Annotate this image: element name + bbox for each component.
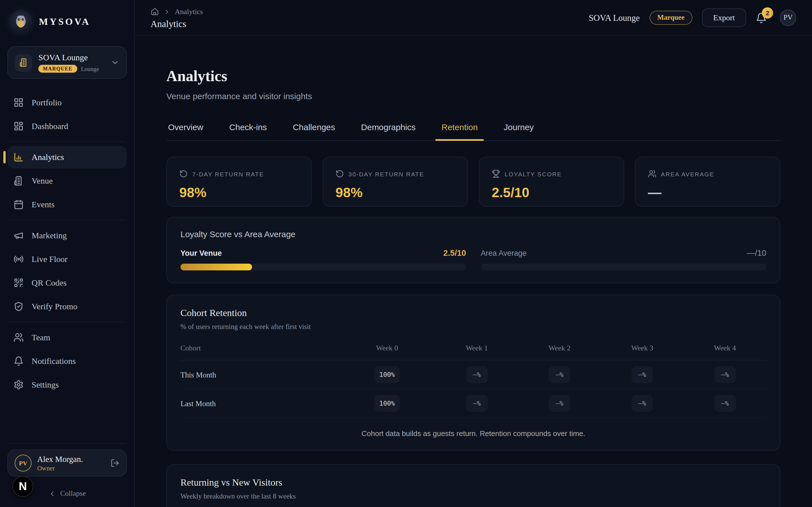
visitors-subtitle: Weekly breakdown over the last 8 weeks — [181, 492, 766, 501]
topbar: Analytics Analytics SOVA Lounge Marquee … — [135, 0, 812, 36]
rotate-ccw-icon — [179, 170, 188, 178]
loyalty-compare-card: Loyalty Score vs Area Average Your Venue… — [166, 217, 780, 283]
tab-demographics[interactable]: Demographics — [359, 122, 417, 140]
tab-bar: Overview Check-ins Challenges Demographi… — [166, 122, 780, 141]
venue-building-icon — [15, 54, 32, 71]
stat-card-area-average: AREA AVERAGE — — [635, 157, 780, 207]
sidebar-item-verify-promo[interactable]: Verify Promo — [7, 295, 127, 318]
brand-name: MYSOVA — [39, 16, 91, 27]
user-role: Owner — [37, 465, 105, 471]
user-name: Alex Morgan. — [37, 455, 105, 464]
main-area: Analytics Analytics SOVA Lounge Marquee … — [135, 0, 812, 507]
your-venue-label: Your Venue — [181, 249, 222, 258]
building-icon — [13, 176, 24, 186]
chevron-right-icon — [163, 8, 170, 15]
sidebar-item-marketing[interactable]: Marketing — [7, 224, 127, 247]
app-root: MYSOVA SOVA Lounge MARQUEE Lounge Portfo… — [0, 0, 812, 507]
area-average-score: —/10 — [747, 248, 766, 258]
table-row: Last Month 100% –% –% –% –% — [181, 389, 766, 418]
tab-challenges[interactable]: Challenges — [291, 122, 337, 140]
shield-check-icon — [13, 301, 24, 312]
sidebar-item-events[interactable]: Events — [7, 193, 127, 216]
layout-dashboard-icon — [13, 121, 24, 131]
sidebar-item-settings[interactable]: Settings — [7, 374, 127, 396]
cohort-table: Cohort Week 0 Week 1 Week 2 Week 3 Week … — [181, 340, 766, 418]
sidebar: MYSOVA SOVA Lounge MARQUEE Lounge Portfo… — [0, 0, 135, 507]
cohort-cell: –% — [466, 395, 488, 412]
radio-icon — [13, 254, 24, 264]
user-card[interactable]: PV Alex Morgan. Owner — [7, 450, 127, 476]
venue-tier-badge: MARQUEE — [38, 65, 77, 73]
sidebar-item-qr-codes[interactable]: QR Codes — [7, 272, 127, 294]
tab-journey[interactable]: Journey — [502, 122, 536, 140]
sidebar-item-notifications[interactable]: Notifications — [7, 350, 127, 372]
stat-value: 2.5/10 — [492, 185, 611, 201]
cohort-cell: 100% — [374, 366, 400, 383]
cohort-cell: –% — [549, 366, 570, 383]
qr-code-icon — [13, 278, 24, 288]
sidebar-item-live-floor[interactable]: Live Floor — [7, 248, 127, 270]
nextjs-dev-badge[interactable]: N — [12, 476, 33, 497]
nav-divider — [8, 142, 126, 142]
chevron-left-icon — [49, 490, 56, 497]
area-average-column: Area Average —/10 — [481, 248, 766, 270]
stat-value: 98% — [179, 185, 299, 201]
returning-vs-new-card: Returning vs New Visitors Weekly breakdo… — [166, 464, 780, 507]
notifications-bell[interactable]: 2 — [756, 12, 767, 23]
your-venue-progressbar — [181, 264, 466, 270]
sidebar-nav: Portfolio Dashboard Analytics Venue Even… — [7, 91, 127, 397]
content: Analytics Venue performance and visitor … — [135, 36, 812, 507]
sidebar-item-team[interactable]: Team — [7, 326, 127, 349]
rotate-ccw-icon — [336, 170, 344, 178]
breadcrumb-item[interactable]: Analytics — [175, 7, 203, 16]
cohort-cell: –% — [714, 366, 735, 383]
topbar-title: Analytics — [151, 18, 203, 30]
stat-card-30day-return: 30-DAY RETURN RATE 98% — [322, 157, 468, 207]
export-button[interactable]: Export — [702, 8, 746, 27]
loyalty-compare-title: Loyalty Score vs Area Average — [181, 229, 766, 239]
venue-tier-pill: Marquee — [649, 11, 693, 25]
venue-selector[interactable]: SOVA Lounge MARQUEE Lounge — [7, 46, 127, 79]
tab-retention[interactable]: Retention — [440, 122, 479, 140]
sidebar-item-portfolio[interactable]: Portfolio — [7, 91, 127, 114]
cohort-cell: –% — [714, 395, 735, 412]
page-subtitle: Venue performance and visitor insights — [166, 91, 780, 101]
stat-card-7day-return: 7-DAY RETURN RATE 98% — [166, 157, 312, 207]
topbar-venue-name: SOVA Lounge — [589, 13, 640, 23]
your-venue-score: 2.5/10 — [443, 248, 466, 258]
cohort-cell: –% — [631, 366, 653, 383]
bell-icon — [13, 356, 24, 366]
stat-value: — — [648, 185, 767, 201]
topbar-avatar[interactable]: PV — [780, 10, 796, 26]
avatar: PV — [15, 455, 32, 471]
venue-name: SOVA Lounge — [38, 52, 104, 62]
megaphone-icon — [13, 230, 24, 240]
cohort-subtitle: % of users returning each week after fir… — [181, 323, 766, 331]
cohort-cell: –% — [466, 366, 488, 383]
cohort-footer-note: Cohort data builds as guests return. Ret… — [181, 429, 766, 438]
venue-type: Lounge — [81, 66, 99, 72]
brand-logo-row: MYSOVA — [7, 10, 127, 34]
cohort-header-row: Cohort Week 0 Week 1 Week 2 Week 3 Week … — [181, 340, 766, 360]
area-average-progressbar — [481, 264, 766, 270]
sidebar-item-dashboard[interactable]: Dashboard — [7, 115, 127, 137]
sidebar-divider — [8, 443, 126, 444]
users-icon — [13, 332, 24, 342]
notification-count-badge: 2 — [762, 7, 773, 18]
cohort-cell: –% — [631, 395, 653, 412]
your-venue-progress-fill — [181, 264, 252, 270]
visitors-title: Returning vs New Visitors — [181, 477, 766, 489]
your-venue-column: Your Venue 2.5/10 — [181, 248, 466, 270]
logout-icon[interactable] — [110, 459, 119, 467]
nav-divider — [8, 220, 126, 220]
layout-grid-icon — [13, 98, 24, 108]
stat-card-loyalty-score: LOYALTY SCORE 2.5/10 — [479, 157, 624, 207]
tab-overview[interactable]: Overview — [166, 122, 205, 140]
sidebar-item-venue[interactable]: Venue — [7, 170, 127, 192]
sidebar-item-analytics[interactable]: Analytics — [7, 146, 127, 168]
gear-icon — [13, 380, 24, 390]
chevron-down-icon — [110, 58, 119, 67]
trophy-icon — [492, 170, 500, 178]
home-icon[interactable] — [151, 7, 159, 16]
tab-check-ins[interactable]: Check-ins — [227, 122, 268, 140]
